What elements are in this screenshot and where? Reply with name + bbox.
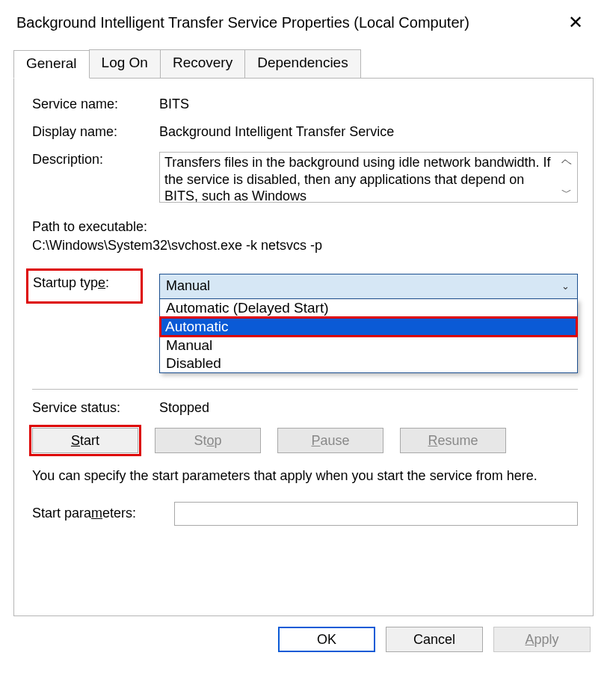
cancel-button[interactable]: Cancel: [386, 627, 483, 652]
tab-strip: General Log On Recovery Dependencies: [13, 49, 607, 78]
service-name-label: Service name:: [32, 96, 159, 112]
panel-divider: [32, 389, 578, 390]
display-name-label: Display name:: [32, 124, 159, 140]
stop-button: Stop: [155, 428, 261, 453]
service-status-label: Service status:: [32, 400, 159, 416]
startup-type-label: Startup type:: [26, 268, 143, 304]
scroll-up-icon[interactable]: ヘ: [561, 156, 572, 169]
startup-option-delayed[interactable]: Automatic (Delayed Start): [160, 299, 577, 317]
start-params-label: Start parameters:: [32, 506, 174, 521]
description-box: Transfers files in the background using …: [159, 152, 578, 203]
startup-type-dropdown-list: Automatic (Delayed Start) Automatic Manu…: [159, 299, 578, 373]
startup-option-automatic[interactable]: Automatic: [159, 316, 578, 337]
ok-button[interactable]: OK: [278, 627, 375, 652]
start-params-input[interactable]: [174, 502, 578, 526]
startup-type-combobox[interactable]: Manual ⌄: [159, 274, 578, 299]
tab-logon[interactable]: Log On: [89, 49, 161, 78]
start-button[interactable]: Start: [32, 428, 138, 453]
display-name-value: Background Intelligent Transfer Service: [159, 124, 578, 140]
startup-option-manual[interactable]: Manual: [160, 337, 577, 354]
scroll-down-icon[interactable]: ﹀: [561, 186, 572, 200]
description-label: Description:: [32, 152, 159, 168]
apply-button: Apply: [493, 627, 591, 652]
general-panel: Service name: BITS Display name: Backgro…: [13, 78, 594, 616]
description-text: Transfers files in the background using …: [164, 154, 558, 200]
titlebar: Background Intelligent Transfer Service …: [0, 0, 607, 42]
tab-general[interactable]: General: [13, 50, 90, 79]
path-label: Path to executable:: [32, 218, 578, 236]
pause-button: Pause: [277, 428, 383, 453]
tab-dependencies[interactable]: Dependencies: [244, 49, 360, 78]
resume-button: Resume: [400, 428, 506, 453]
service-status-value: Stopped: [159, 400, 209, 416]
chevron-down-icon: ⌄: [561, 280, 570, 292]
close-icon[interactable]: ✕: [561, 10, 591, 34]
startup-option-disabled[interactable]: Disabled: [160, 354, 577, 372]
service-name-value: BITS: [159, 96, 578, 112]
path-value: C:\Windows\System32\svchost.exe -k netsv…: [32, 236, 578, 255]
tab-recovery[interactable]: Recovery: [160, 49, 245, 78]
start-params-hint: You can specify the start parameters tha…: [32, 467, 578, 485]
description-scrollbar[interactable]: ヘ ﹀: [558, 154, 576, 200]
startup-type-selected: Manual: [166, 278, 210, 294]
window-title: Background Intelligent Transfer Service …: [16, 14, 469, 31]
